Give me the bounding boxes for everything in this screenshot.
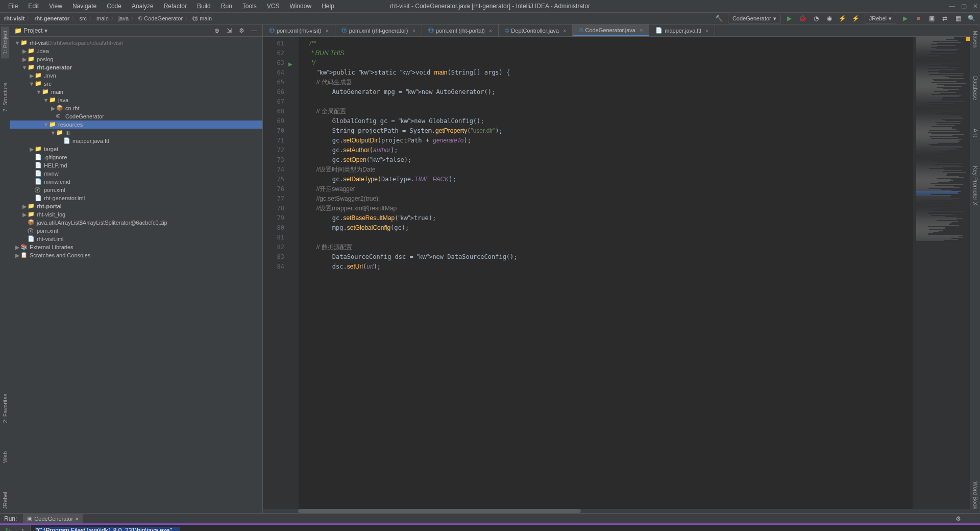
menu-tools[interactable]: Tools [238, 2, 261, 11]
close-icon[interactable]: × [640, 27, 643, 33]
breadcrumb-item[interactable]: rht-generator [34, 15, 69, 21]
run-icon[interactable]: ▶ [785, 14, 794, 23]
sidebar-tab-keypromoter[interactable]: Key Promoter X [971, 162, 979, 210]
editor-tab[interactable]: ⓜ pom.xml (rht-generator)× [335, 25, 422, 36]
menu-window[interactable]: Window [285, 2, 315, 11]
tree-item[interactable]: ▼📁java [10, 96, 262, 104]
sidebar-tab-maven[interactable]: Maven [971, 27, 979, 52]
sidebar-tab-favorites[interactable]: 2: Favorites [1, 390, 9, 427]
sidebar-tab-database[interactable]: Database [971, 72, 979, 104]
tree-item[interactable]: ▶📁rht-portal [10, 202, 262, 210]
menu-run[interactable]: Run [217, 2, 236, 11]
tree-item[interactable]: ©CodeGenerator [10, 112, 262, 120]
code-view[interactable]: /** * RUN THIS */ "kw">public "kw">stati… [299, 37, 914, 509]
tree-item[interactable]: ▶📚External Libraries [10, 243, 262, 251]
target-icon[interactable]: ⊕ [212, 26, 222, 35]
tree-item[interactable]: ▼📁resources [10, 120, 262, 129]
menu-help[interactable]: Help [317, 2, 338, 11]
tree-item[interactable]: ▼📁rht-generator [10, 63, 262, 71]
tree-item[interactable]: ⓜpom.xml [10, 186, 262, 194]
run-config-dropdown[interactable]: CodeGenerator ▾ [728, 14, 781, 23]
jrebel-dropdown[interactable]: JRebel ▾ [865, 14, 896, 23]
tree-item[interactable]: 📄mvnw [10, 170, 262, 178]
sidebar-tab-structure[interactable]: 7: Structure [1, 79, 9, 116]
tree-item[interactable]: 📦java.util.ArrayList$ArrayListSpliterato… [10, 219, 262, 227]
jrebel-run-icon[interactable]: ▶ [900, 14, 910, 23]
menu-view[interactable]: View [45, 2, 66, 11]
close-icon[interactable]: × [489, 28, 492, 34]
stop-icon[interactable]: ■ [914, 14, 923, 23]
hide-icon[interactable]: — [249, 26, 258, 35]
editor-tab[interactable]: 📄 mapper.java.ftl× [649, 25, 715, 36]
editor-tab[interactable]: ⓜ pom.xml (rht-portal)× [422, 25, 499, 36]
tree-item[interactable]: ▶📁target [10, 145, 262, 153]
menu-file[interactable]: File [4, 2, 22, 11]
breadcrumb-item[interactable]: © CodeGenerator [138, 15, 183, 21]
close-icon[interactable]: × [325, 28, 328, 34]
tree-item[interactable]: ▶📦cn.rht [10, 104, 262, 112]
more-icon[interactable]: ⚡ [851, 14, 861, 23]
maximize-icon[interactable]: ▢ [961, 3, 967, 10]
sidebar-tab-project[interactable]: 1: Project [1, 27, 9, 58]
search-icon[interactable]: 🔍 [967, 14, 976, 23]
attach-icon[interactable]: ⚡ [838, 14, 847, 23]
menu-build[interactable]: Build [193, 2, 215, 11]
tree-item[interactable]: ▼📁ftl [10, 129, 262, 137]
close-icon[interactable]: ✕ [973, 3, 978, 10]
tree-item[interactable]: 📄mapper.java.ftl [10, 137, 262, 145]
breadcrumb-item[interactable]: ⓜ main [192, 15, 212, 22]
tree-item[interactable]: 📄mvnw.cmd [10, 178, 262, 186]
tree-item[interactable]: 📄rht-generator.iml [10, 194, 262, 202]
menu-analyze[interactable]: Analyze [128, 2, 158, 11]
tree-item[interactable]: ▶📁rht-visit_log [10, 210, 262, 219]
run-tab[interactable]: ▣ CodeGenerator × [23, 514, 82, 523]
tree-item[interactable]: ▶📋Scratches and Consoles [10, 251, 262, 259]
tree-item[interactable]: 📄HELP.md [10, 161, 262, 170]
minimize-icon[interactable]: — [949, 3, 955, 10]
h-scrollbar[interactable] [263, 509, 970, 513]
hide-icon[interactable]: — [967, 514, 976, 523]
tree-item[interactable]: ▶📁.idea [10, 47, 262, 55]
menu-refactor[interactable]: Refactor [160, 2, 191, 11]
breadcrumb-item[interactable]: rht-visit [4, 15, 24, 21]
menu-code[interactable]: Code [103, 2, 126, 11]
tree-item[interactable]: 📄rht-visit.iml [10, 235, 262, 243]
breadcrumb-item[interactable]: main [96, 15, 109, 21]
translate-icon[interactable]: ⇄ [940, 14, 949, 23]
editor-tab[interactable]: © DeptController.java× [499, 25, 573, 36]
tree-item[interactable]: ▼📁src [10, 80, 262, 88]
debug-icon[interactable]: 🐞 [798, 14, 807, 23]
console-output[interactable]: "C:\Program Files\Java\jdk1.8.0_231\bin\… [31, 525, 980, 531]
close-icon[interactable]: × [412, 28, 415, 34]
close-icon[interactable]: × [563, 28, 566, 34]
tree-item[interactable]: ▼📁rht-visit D:\rht\workspace\ideal\rht-v… [10, 39, 262, 47]
editor-tab[interactable]: © CodeGenerator.java× [573, 25, 649, 36]
rerun-icon[interactable]: ↻ [5, 527, 10, 531]
close-icon[interactable]: × [75, 516, 78, 522]
actions-icon[interactable]: ▣ [927, 14, 936, 23]
tree-item[interactable]: ⓜpom.xml [10, 227, 262, 235]
tree-item[interactable]: ▶📁.mvn [10, 71, 262, 80]
sidebar-tab-ant[interactable]: Ant [971, 125, 979, 141]
gear-icon[interactable]: ⚙ [953, 514, 963, 523]
profile-icon[interactable]: ◉ [825, 14, 834, 23]
collapse-icon[interactable]: ⇲ [225, 26, 234, 35]
menu-edit[interactable]: Edit [24, 2, 43, 11]
gear-icon[interactable]: ⚙ [237, 26, 246, 35]
sidebar-tab-wordbook[interactable]: Word Book [971, 477, 979, 513]
breadcrumb-item[interactable]: src [79, 15, 87, 21]
menu-navigate[interactable]: Navigate [68, 2, 101, 11]
tree-item[interactable]: ▶📁poslog [10, 55, 262, 63]
editor-tab[interactable]: ⓜ pom.xml (rht-visit)× [263, 25, 335, 36]
tree-item[interactable]: ▼📁main [10, 88, 262, 96]
build-icon[interactable]: 🔨 [715, 14, 724, 23]
tree-item[interactable]: 📄.gitignore [10, 153, 262, 161]
sidebar-tab-web[interactable]: Web [1, 447, 9, 467]
breadcrumb-item[interactable]: java [118, 15, 129, 21]
minimap[interactable] [914, 37, 970, 509]
up-icon[interactable]: ↑ [21, 527, 24, 531]
menu-vcs[interactable]: VCS [263, 2, 284, 11]
coverage-icon[interactable]: ◔ [812, 14, 821, 23]
structure-icon[interactable]: ▦ [953, 14, 963, 23]
sidebar-tab-jrebel[interactable]: JRebel [1, 488, 9, 513]
